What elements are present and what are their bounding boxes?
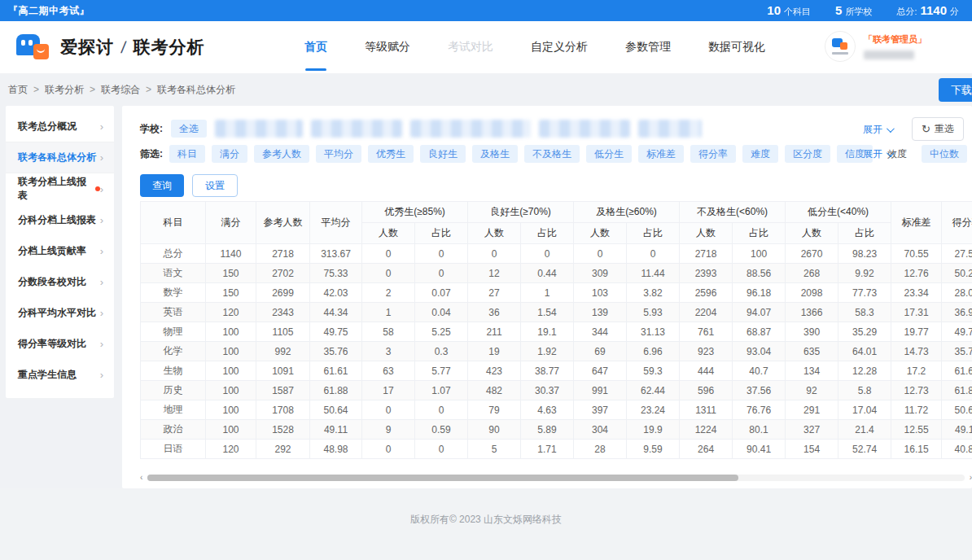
metric-chip-参考人数[interactable]: 参考人数 <box>254 145 309 163</box>
table-row-历史: 历史100158761.88171.0748230.3799162.445963… <box>141 381 972 400</box>
expand-schools-link[interactable]: 展开 <box>863 123 892 137</box>
metric-chip-难度[interactable]: 难度 <box>742 145 778 163</box>
horizontal-scrollbar: ‹ › <box>140 474 972 482</box>
sidebar-item-联考总分概况[interactable]: 联考总分概况› <box>6 112 114 142</box>
cell: 58 <box>362 322 415 342</box>
metric-chip-中位数[interactable]: 中位数 <box>922 145 967 163</box>
cell: 日语 <box>141 440 206 459</box>
cell: 268 <box>786 264 838 283</box>
scroll-left-arrow[interactable]: ‹ <box>140 473 142 482</box>
cell: 1 <box>362 303 415 322</box>
sidebar-item-联考各科总体分析[interactable]: 联考各科总体分析› <box>6 142 114 173</box>
download-report-button[interactable]: 下载报告 <box>939 78 972 102</box>
cell: 2702 <box>256 264 310 283</box>
metric-chip-及格生[interactable]: 及格生 <box>472 145 518 163</box>
sidebar-item-分档上线贡献率[interactable]: 分档上线贡献率› <box>6 235 114 266</box>
cell: 28.02 <box>942 283 972 303</box>
metric-chip-良好生[interactable]: 良好生 <box>420 145 466 163</box>
cell: 635 <box>786 342 838 361</box>
cell: 1.92 <box>521 342 574 361</box>
breadcrumb: 首页>联考分析>联考综合>联考各科总体分析 <box>8 83 235 97</box>
cell: 2670 <box>786 244 838 264</box>
school-chip-blurred[interactable] <box>215 120 303 138</box>
nav-item-等级赋分[interactable]: 等级赋分 <box>365 21 410 73</box>
expand-metrics-link[interactable]: 展开 <box>863 147 892 161</box>
nav-item-自定义分析[interactable]: 自定义分析 <box>531 21 588 73</box>
chevron-right-icon: › <box>100 307 103 319</box>
breadcrumb-item[interactable]: 联考综合 <box>101 83 140 97</box>
chevron-right-icon: › <box>100 120 103 133</box>
sidebar-item-重点学生信息[interactable]: 重点学生信息› <box>6 359 114 390</box>
school-filter-label: 学校: <box>140 122 163 136</box>
cell: 11.72 <box>891 400 942 420</box>
main-nav: 首页等级赋分考试对比自定义分析参数管理数据可视化 <box>304 21 765 73</box>
scroll-right-arrow[interactable]: › <box>970 473 972 482</box>
nav-item-数据可视化[interactable]: 数据可视化 <box>708 21 765 73</box>
cell: 历史 <box>141 381 206 400</box>
metric-chip-平均分[interactable]: 平均分 <box>316 145 361 163</box>
sub-header-人数: 人数 <box>362 223 415 244</box>
metric-chip-低分生[interactable]: 低分生 <box>586 145 632 163</box>
metric-chips: 科目满分参考人数平均分优秀生良好生及格生不及格生低分生标准差得分率难度区分度信度… <box>169 145 972 163</box>
cell: 49.11 <box>942 420 972 440</box>
metric-chip-不及格生[interactable]: 不及格生 <box>524 145 580 163</box>
metric-chip-满分[interactable]: 满分 <box>212 145 247 163</box>
table-row-政治: 政治100152849.1190.59905.8930419.9122480.1… <box>141 420 972 440</box>
cell: 17.31 <box>891 303 942 322</box>
cell: 292 <box>256 440 310 459</box>
sidebar-item-分数段各校对比[interactable]: 分数段各校对比› <box>6 266 114 297</box>
sidebar-item-联考分档上线报表[interactable]: 联考分档上线报表› <box>6 173 114 204</box>
cell: 61.88 <box>942 381 972 400</box>
scrollbar-thumb[interactable] <box>147 475 738 481</box>
table-row-英语: 英语120234344.3410.04361.541395.93220494.0… <box>141 303 972 322</box>
school-chip-blurred[interactable] <box>539 120 630 138</box>
select-all-schools-chip[interactable]: 全选 <box>171 120 207 138</box>
cell: 5.93 <box>627 303 680 322</box>
query-button[interactable]: 查询 <box>140 174 184 197</box>
col-header-标准差: 标准差 <box>891 202 942 244</box>
school-chip-blurred[interactable] <box>311 120 402 138</box>
breadcrumb-item[interactable]: 联考分析 <box>45 83 84 97</box>
metric-chip-得分率[interactable]: 得分率 <box>690 145 736 163</box>
topbar-stats: 10个科目5所学校 <box>767 3 872 18</box>
sidebar-item-得分率等级对比[interactable]: 得分率等级对比› <box>6 328 114 359</box>
cell: 79 <box>468 400 521 420</box>
nav-item-首页[interactable]: 首页 <box>304 21 327 73</box>
product-name: 联考分析 <box>134 36 205 59</box>
cell: 英语 <box>141 303 206 322</box>
cell: 2204 <box>680 303 733 322</box>
cell: 61.61 <box>942 361 972 381</box>
cell: 100 <box>206 381 256 400</box>
cell: 0 <box>362 264 415 283</box>
metric-chip-科目[interactable]: 科目 <box>169 145 205 163</box>
school-chip-blurred[interactable] <box>638 120 702 138</box>
metric-chip-区分度[interactable]: 区分度 <box>785 145 830 163</box>
cell: 1.71 <box>521 440 574 459</box>
reselect-button[interactable]: ↻ 重选 <box>912 117 964 141</box>
user-avatar[interactable] <box>825 31 856 62</box>
table-row-数学: 数学150269942.0320.072711033.82259696.1820… <box>141 283 972 303</box>
table-body: 总分11402718313.670000002718100267098.2370… <box>141 244 972 459</box>
cell: 61.61 <box>310 361 362 381</box>
cell: 390 <box>786 322 838 342</box>
sidebar-item-分科分档上线报表[interactable]: 分科分档上线报表› <box>6 204 114 235</box>
sidebar-menu: 联考总分概况›联考各科总体分析›联考分档上线报表›分科分档上线报表›分档上线贡献… <box>6 106 114 398</box>
metric-chip-标准差[interactable]: 标准差 <box>638 145 684 163</box>
cell: 1311 <box>680 400 733 420</box>
cell: 100 <box>206 400 256 420</box>
cell: 304 <box>574 420 627 440</box>
cell: 0 <box>362 440 415 459</box>
settings-button[interactable]: 设置 <box>192 174 238 197</box>
cell: 96.18 <box>733 283 786 303</box>
sidebar-item-分科平均水平对比[interactable]: 分科平均水平对比› <box>6 297 114 328</box>
nav-item-参数管理[interactable]: 参数管理 <box>625 21 671 73</box>
school-chip-blurred[interactable] <box>410 120 531 138</box>
metric-chip-优秀生[interactable]: 优秀生 <box>368 145 414 163</box>
chevron-right-icon: › <box>100 369 103 381</box>
cell: 100 <box>206 322 256 342</box>
user-area[interactable]: 「联考管理员」 <box>825 31 926 62</box>
sub-header-占比: 占比 <box>733 223 786 244</box>
breadcrumb-item[interactable]: 首页 <box>8 83 28 97</box>
nav-item-考试对比[interactable]: 考试对比 <box>448 21 493 73</box>
cell: 2393 <box>680 264 733 283</box>
